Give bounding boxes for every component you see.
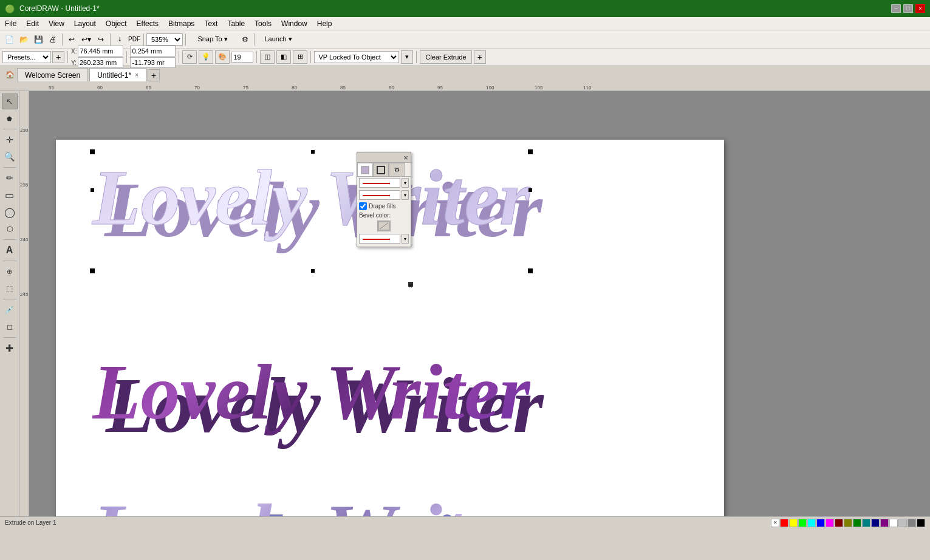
zoom-tool-btn[interactable]: 🔍 bbox=[2, 149, 18, 165]
menu-object[interactable]: Object bbox=[101, 17, 132, 30]
transform-tool-btn[interactable]: ✛ bbox=[2, 132, 18, 148]
text-art-top[interactable]: Lovely Writer Lovely Writer bbox=[92, 152, 530, 243]
menu-tools[interactable]: Tools bbox=[250, 17, 276, 30]
menu-effects[interactable]: Effects bbox=[132, 17, 163, 30]
color-13[interactable] bbox=[889, 519, 898, 527]
3d-btn3[interactable]: ⊞ bbox=[293, 50, 307, 64]
menu-text[interactable]: Text bbox=[199, 17, 222, 30]
polygon-tool-btn[interactable]: ⬡ bbox=[2, 221, 18, 237]
fill-tool-btn[interactable]: ⬚ bbox=[2, 281, 18, 296]
home-tab-btn[interactable]: 🏠 bbox=[2, 68, 17, 81]
ellipse-tool-btn[interactable]: ◯ bbox=[2, 204, 18, 220]
extrude-light-btn[interactable]: 💡 bbox=[199, 50, 213, 64]
menu-bitmaps[interactable]: Bitmaps bbox=[163, 17, 199, 30]
add-toolbar-btn[interactable]: + bbox=[474, 50, 486, 64]
color-8[interactable] bbox=[844, 519, 852, 527]
text-art-mid[interactable]: Lovely Writer Lovely Writer bbox=[92, 346, 530, 437]
freehand-tool-btn[interactable]: ✏ bbox=[2, 170, 18, 186]
redo-btn[interactable]: ↪ bbox=[94, 33, 108, 46]
color-3[interactable] bbox=[798, 519, 807, 527]
color-7[interactable] bbox=[835, 519, 843, 527]
row2-arrow[interactable]: ▾ bbox=[402, 190, 409, 200]
text-front-bot: Lovely Writer bbox=[92, 486, 530, 516]
new-btn[interactable]: 📄 bbox=[2, 33, 16, 46]
clear-extrude-btn[interactable]: Clear Extrude bbox=[420, 50, 471, 64]
panel-close-btn[interactable]: × bbox=[401, 152, 411, 162]
options-btn[interactable]: ⚙ bbox=[238, 33, 251, 46]
interactive-tool-btn[interactable]: ⊕ bbox=[2, 264, 18, 279]
color-10[interactable] bbox=[862, 519, 870, 527]
menu-help[interactable]: Help bbox=[312, 17, 337, 30]
open-btn[interactable]: 📂 bbox=[17, 33, 30, 46]
color-6[interactable] bbox=[826, 519, 834, 527]
tab-document[interactable]: Untitled-1* × bbox=[89, 68, 146, 81]
tab-welcome[interactable]: Welcome Screen bbox=[17, 68, 88, 81]
export-btn[interactable]: PDF bbox=[128, 33, 141, 46]
new-tab-btn[interactable]: + bbox=[148, 69, 160, 81]
menu-view[interactable]: View bbox=[44, 17, 69, 30]
print-btn[interactable]: 🖨 bbox=[46, 33, 60, 46]
menu-table[interactable]: Table bbox=[222, 17, 250, 30]
extrude-rotation-btn[interactable]: ⟳ bbox=[182, 50, 197, 64]
undo-btn[interactable]: ↩ bbox=[65, 33, 78, 46]
canvas-area[interactable]: 230 235 240 245 Lovely Writer Lovely Wri… bbox=[19, 91, 930, 516]
color-12[interactable] bbox=[880, 519, 889, 527]
sep5 bbox=[254, 33, 255, 46]
wh-container bbox=[130, 46, 176, 68]
vp-select[interactable]: VP Locked To Object VP Locked To Page bbox=[314, 51, 399, 63]
color-16[interactable] bbox=[917, 519, 925, 527]
color-1[interactable] bbox=[780, 519, 788, 527]
select-tool-btn[interactable]: ↖ bbox=[2, 94, 18, 109]
v-ruler-mark: 245 bbox=[20, 292, 28, 297]
add-preset-btn[interactable]: + bbox=[52, 51, 64, 63]
panel-tab-settings[interactable]: ⚙ bbox=[389, 163, 405, 176]
minimize-btn[interactable]: – bbox=[891, 4, 901, 13]
text-art-bot[interactable]: Lovely Writer Lovely Writer bbox=[92, 486, 530, 516]
save-btn[interactable]: 💾 bbox=[32, 33, 45, 46]
y-input[interactable] bbox=[78, 57, 123, 68]
menu-edit[interactable]: Edit bbox=[21, 17, 44, 30]
color-11[interactable] bbox=[871, 519, 880, 527]
launch-btn[interactable]: Launch ▾ bbox=[257, 33, 299, 46]
drape-fills-checkbox[interactable] bbox=[359, 202, 367, 210]
maximize-btn[interactable]: □ bbox=[903, 4, 913, 13]
ruler-mark: 65 bbox=[146, 85, 151, 90]
menu-layout[interactable]: Layout bbox=[69, 17, 101, 30]
w-input[interactable] bbox=[130, 46, 176, 56]
import-btn[interactable]: ⤓ bbox=[113, 33, 126, 46]
color-4[interactable] bbox=[807, 519, 816, 527]
vp-arrow-btn[interactable]: ▾ bbox=[401, 50, 413, 64]
undo-history-btn[interactable]: ↩▾ bbox=[80, 33, 93, 46]
panel-tab-fill[interactable] bbox=[357, 163, 373, 176]
color-5[interactable] bbox=[816, 519, 825, 527]
panel-tab-outline[interactable] bbox=[373, 163, 389, 176]
h-input[interactable] bbox=[130, 57, 176, 68]
close-btn[interactable]: × bbox=[915, 4, 925, 13]
row3-arrow[interactable]: ▾ bbox=[402, 234, 409, 244]
eyedropper-tool-btn[interactable]: 💉 bbox=[2, 302, 18, 318]
snap-to-btn[interactable]: Snap To ▾ bbox=[188, 33, 237, 46]
menu-file[interactable]: File bbox=[0, 17, 21, 30]
color-none[interactable]: ✕ bbox=[771, 519, 779, 527]
menu-window[interactable]: Window bbox=[276, 17, 312, 30]
presets-select[interactable]: Presets... bbox=[2, 51, 51, 63]
color-14[interactable] bbox=[898, 519, 907, 527]
eraser-tool-btn[interactable]: ◻ bbox=[2, 319, 18, 335]
add-tool-btn[interactable]: ✚ bbox=[2, 340, 18, 356]
3d-btn2[interactable]: ◧ bbox=[276, 50, 291, 64]
node-tool-btn[interactable]: ⬟ bbox=[2, 111, 18, 126]
bevel-color-btn[interactable] bbox=[377, 220, 391, 231]
row1-arrow[interactable]: ▾ bbox=[402, 178, 409, 188]
text-tool-btn[interactable]: A bbox=[2, 242, 18, 258]
x-input[interactable] bbox=[78, 46, 123, 56]
color-2[interactable] bbox=[789, 519, 798, 527]
size-num-input[interactable] bbox=[231, 52, 253, 63]
zoom-select[interactable]: 535% 100% 75% 50% bbox=[146, 33, 183, 46]
extrude-color-btn[interactable]: 🎨 bbox=[215, 50, 230, 64]
color-9[interactable] bbox=[853, 519, 861, 527]
3d-btn1[interactable]: ◫ bbox=[260, 50, 275, 64]
tab-close-icon[interactable]: × bbox=[135, 72, 138, 78]
rect-tool-btn[interactable]: ▭ bbox=[2, 187, 18, 203]
color-15[interactable] bbox=[908, 519, 916, 527]
drape-fills-row: Drape fills bbox=[357, 201, 411, 211]
